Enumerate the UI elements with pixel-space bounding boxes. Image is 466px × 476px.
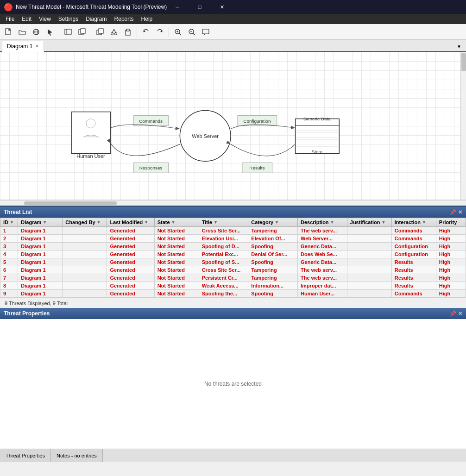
cell-justification <box>347 227 391 235</box>
table-row[interactable]: 3Diagram 1GeneratedNot StartedSpoofing o… <box>0 243 466 251</box>
new-button[interactable] <box>2 25 15 38</box>
svg-rect-7 <box>81 29 85 33</box>
col-header-category[interactable]: Category▼ <box>248 218 298 227</box>
threat-list-header: Threat List 📌 ✕ <box>0 207 466 218</box>
maximize-button[interactable]: □ <box>189 0 210 14</box>
toolbar-sep-3 <box>137 27 137 37</box>
redo-button[interactable] <box>153 25 166 38</box>
threat-count: 9 Threats Displayed, 9 Total <box>5 301 68 306</box>
cell-description: Web Server... <box>298 235 347 243</box>
cell-category: Spoofing <box>248 243 298 251</box>
table-row[interactable]: 1Diagram 1GeneratedNot StartedCross Site… <box>0 227 466 235</box>
cell-justification <box>347 274 391 282</box>
threat-properties-panel: Threat Properties 📌 ✕ No threats are sel… <box>0 308 466 449</box>
col-header-state[interactable]: State▼ <box>154 218 199 227</box>
svg-text:Configuration: Configuration <box>243 119 271 124</box>
threat-table-container[interactable]: ID▼ Diagram▼ Changed By▼ Last Modified▼ … <box>0 218 466 298</box>
cell-state: Not Started <box>154 243 199 251</box>
table-row[interactable]: 7Diagram 1GeneratedNot StartedPersistent… <box>0 274 466 282</box>
toolbar <box>0 24 466 40</box>
svg-text:Human User: Human User <box>76 153 105 159</box>
col-header-id[interactable]: ID▼ <box>0 218 18 227</box>
new-diagram-button[interactable] <box>62 25 75 38</box>
col-header-diagram[interactable]: Diagram▼ <box>18 218 63 227</box>
paste-button[interactable] <box>121 25 134 38</box>
threat-props-pin-button[interactable]: 📌 <box>450 311 456 317</box>
zoom-out-button[interactable] <box>185 25 198 38</box>
comment-button[interactable] <box>199 25 212 38</box>
cell-last_modified: Generated <box>107 282 154 290</box>
table-row[interactable]: 4Diagram 1GeneratedNot StartedPotential … <box>0 251 466 258</box>
col-header-justification[interactable]: Justification▼ <box>347 218 391 227</box>
cell-priority: High <box>436 290 466 298</box>
table-row[interactable]: 8Diagram 1GeneratedNot StartedWeak Acces… <box>0 282 466 290</box>
diagram-vscrollbar[interactable] <box>460 52 466 200</box>
cell-description: Human User... <box>298 290 347 298</box>
cell-diagram: Diagram 1 <box>18 282 63 290</box>
diagram-hscrollbar[interactable] <box>0 200 466 206</box>
tab-diagram1[interactable]: Diagram 1 ✕ <box>2 41 44 52</box>
zoom-in-button[interactable] <box>171 25 184 38</box>
open-button[interactable] <box>16 25 29 38</box>
close-button[interactable]: ✕ <box>211 0 233 14</box>
menu-settings[interactable]: Settings <box>55 14 82 24</box>
svg-rect-4 <box>65 29 71 34</box>
col-header-description[interactable]: Description▼ <box>298 218 347 227</box>
menu-help[interactable]: Help <box>138 14 157 24</box>
bottom-tab-notes[interactable]: Notes - no entries <box>51 449 103 462</box>
tab-more-button[interactable]: ▼ <box>454 42 464 51</box>
cell-interaction: Commands <box>391 235 436 243</box>
cell-state: Not Started <box>154 227 199 235</box>
menu-reports[interactable]: Reports <box>111 14 138 24</box>
cell-interaction: Results <box>391 282 436 290</box>
cursor-button[interactable] <box>44 25 57 38</box>
col-header-priority[interactable]: Priority <box>436 218 466 227</box>
cell-category: Denial Of Ser... <box>248 251 298 258</box>
cut-button[interactable] <box>107 25 120 38</box>
svg-text:Results: Results <box>249 165 264 170</box>
table-row[interactable]: 2Diagram 1GeneratedNot StartedElevation … <box>0 235 466 243</box>
menu-diagram[interactable]: Diagram <box>82 14 110 24</box>
threat-props-close-button[interactable]: ✕ <box>458 311 462 317</box>
cell-id: 2 <box>0 235 18 243</box>
vscrollbar-thumb[interactable] <box>461 53 466 71</box>
cell-changed_by <box>63 227 107 235</box>
col-header-title[interactable]: Title▼ <box>199 218 248 227</box>
minimize-button[interactable]: ─ <box>167 0 188 14</box>
svg-rect-39 <box>296 119 340 154</box>
diagram-canvas[interactable]: Human User Commands Responses Web Server… <box>0 52 466 200</box>
svg-rect-25 <box>202 29 209 34</box>
svg-point-11 <box>115 32 117 35</box>
title-bar: 🔴 New Threat Model - Microsoft Threat Mo… <box>0 0 466 14</box>
cell-description: The web serv... <box>298 227 347 235</box>
cell-interaction: Configuration <box>391 251 436 258</box>
undo-button[interactable] <box>139 25 152 38</box>
cell-diagram: Diagram 1 <box>18 227 63 235</box>
cell-justification <box>347 235 391 243</box>
web-button[interactable] <box>30 25 43 38</box>
col-header-interaction[interactable]: Interaction▼ <box>391 218 436 227</box>
copy-diagram-button[interactable] <box>76 25 88 38</box>
cell-changed_by <box>63 274 107 282</box>
cell-priority: High <box>436 266 466 274</box>
threat-list-close-button[interactable]: ✕ <box>458 209 462 215</box>
col-header-lastmodified[interactable]: Last Modified▼ <box>107 218 154 227</box>
table-row[interactable]: 6Diagram 1GeneratedNot StartedCross Site… <box>0 266 466 274</box>
cell-id: 5 <box>0 258 18 266</box>
svg-line-12 <box>112 29 114 33</box>
menu-view[interactable]: View <box>35 14 55 24</box>
menu-edit[interactable]: Edit <box>18 14 35 24</box>
cell-title: Potential Exc... <box>199 251 248 258</box>
col-header-changedby[interactable]: Changed By▼ <box>63 218 107 227</box>
table-row[interactable]: 9Diagram 1GeneratedNot StartedSpoofing t… <box>0 290 466 298</box>
table-row[interactable]: 5Diagram 1GeneratedNot StartedSpoofing o… <box>0 258 466 266</box>
hscrollbar-thumb[interactable] <box>24 201 117 205</box>
cell-id: 3 <box>0 243 18 251</box>
menu-file[interactable]: File <box>2 14 18 24</box>
tab-close-icon[interactable]: ✕ <box>35 44 39 49</box>
cell-category: Elevation Of... <box>248 235 298 243</box>
bottom-tab-threat-properties[interactable]: Threat Properties <box>0 449 51 462</box>
threat-list-pin-button[interactable]: 📌 <box>450 209 456 215</box>
cell-last_modified: Generated <box>107 290 154 298</box>
copy-button[interactable] <box>94 25 107 38</box>
